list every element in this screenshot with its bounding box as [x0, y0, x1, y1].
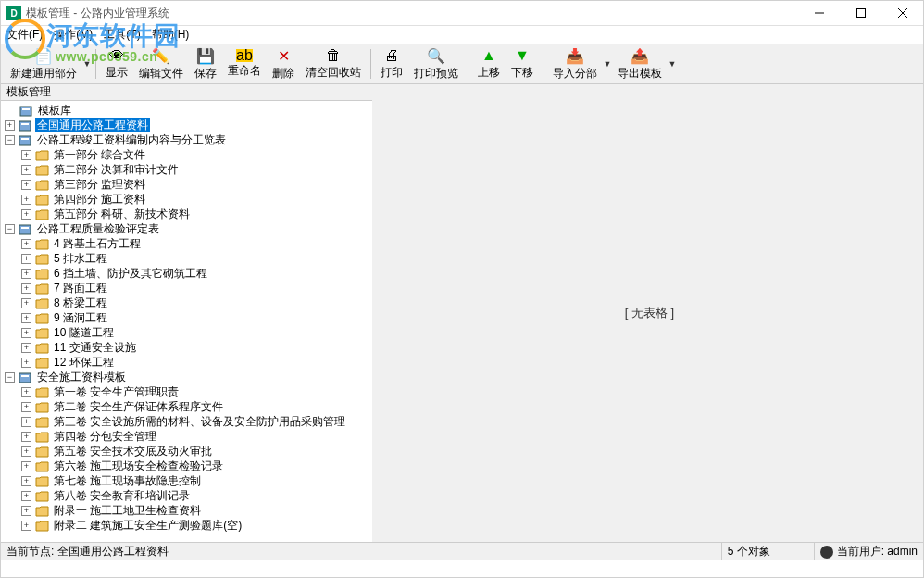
- tree-expander[interactable]: +: [21, 491, 31, 501]
- tree-label: 第四部分 施工资料: [52, 192, 147, 207]
- tree-expander[interactable]: +: [5, 120, 15, 131]
- tree-item[interactable]: +第四部分 施工资料: [3, 192, 372, 207]
- new-general-button[interactable]: 📄 新建通用部分: [5, 45, 82, 82]
- tree-expander[interactable]: +: [21, 476, 31, 486]
- tree-selected[interactable]: +全国通用公路工程资料: [3, 118, 372, 132]
- tree-expander[interactable]: +: [21, 239, 31, 249]
- close-button[interactable]: [881, 1, 923, 26]
- import-dropdown[interactable]: ▼: [603, 59, 612, 69]
- tree-expander[interactable]: +: [21, 298, 31, 308]
- tree-item[interactable]: +4 路基土石方工程: [3, 236, 372, 251]
- tree-label: 第四卷 分包安全管理: [52, 429, 158, 444]
- content-area: 模板管理 模板库+全国通用公路工程资料−公路工程竣工资料编制内容与分工览表+第一…: [1, 84, 923, 542]
- maximize-icon: [856, 8, 866, 18]
- tree-item[interactable]: +附录一 施工工地卫生检查资料: [3, 503, 372, 518]
- tree-item[interactable]: +10 隧道工程: [3, 325, 372, 340]
- tree-item[interactable]: +第四卷 分包安全管理: [3, 429, 372, 444]
- tree-label: 第二部分 决算和审计文件: [52, 162, 181, 177]
- tree-expander[interactable]: +: [21, 506, 31, 516]
- tree-item[interactable]: +第五卷 安全技术交底及动火审批: [3, 444, 372, 459]
- tree-label: 5 排水工程: [52, 251, 109, 266]
- new-dropdown[interactable]: ▼: [82, 59, 92, 69]
- tree-expander[interactable]: +: [21, 417, 31, 427]
- menu-operate[interactable]: 操作(M): [54, 27, 93, 43]
- tree-item[interactable]: +第七卷 施工现场事故隐患控制: [3, 473, 372, 488]
- template-tree[interactable]: 模板库+全国通用公路工程资料−公路工程竣工资料编制内容与分工览表+第一部分 综合…: [1, 101, 372, 542]
- tree-expander[interactable]: +: [21, 328, 31, 338]
- tree-item[interactable]: +第三卷 安全设施所需的材料、设备及安全防护用品采购管理: [3, 414, 372, 429]
- show-button[interactable]: 👁 显示: [100, 45, 133, 82]
- minimize-button[interactable]: [798, 1, 840, 26]
- tree-label: 第八卷 安全教育和培训记录: [52, 488, 192, 503]
- tree-item[interactable]: +5 排水工程: [3, 251, 372, 266]
- tree-expander[interactable]: +: [21, 150, 31, 160]
- tree-item[interactable]: +第一卷 安全生产管理职责: [3, 384, 372, 399]
- tree-root[interactable]: 模板库: [3, 103, 372, 118]
- menu-file[interactable]: 文件(F): [6, 27, 43, 43]
- tree-item[interactable]: +第八卷 安全教育和培训记录: [3, 488, 372, 503]
- tree-expander[interactable]: +: [21, 358, 31, 368]
- folder-icon: [34, 237, 49, 250]
- tree-expander[interactable]: +: [21, 343, 31, 353]
- tree-group[interactable]: −安全施工资料模板: [3, 370, 372, 384]
- empty-recycle-button[interactable]: 🗑 清空回收站: [300, 45, 367, 82]
- tree-item[interactable]: +6 挡土墙、防护及其它砌筑工程: [3, 266, 372, 281]
- tree-item[interactable]: +12 环保工程: [3, 355, 372, 370]
- tree-expander[interactable]: +: [21, 313, 31, 323]
- tree-group[interactable]: −公路工程竣工资料编制内容与分工览表: [3, 132, 372, 147]
- tree-item[interactable]: +第五部分 科研、新技术资料: [3, 207, 372, 221]
- import-part-button[interactable]: 📥 导入分部: [547, 45, 603, 82]
- status-object-count: 5 个对象: [722, 543, 815, 560]
- tree-group[interactable]: −公路工程质量检验评定表: [3, 221, 372, 236]
- tree-label: 第五卷 安全技术交底及动火审批: [52, 444, 214, 459]
- menu-tools[interactable]: 工具(T): [104, 27, 140, 43]
- tree-label: 第二卷 安全生产保证体系程序文件: [52, 399, 225, 414]
- maximize-button[interactable]: [840, 1, 881, 26]
- tree-item[interactable]: +8 桥梁工程: [3, 295, 372, 310]
- print-preview-button[interactable]: 🔍 打印预览: [408, 45, 464, 82]
- tree-item[interactable]: +9 涵洞工程: [3, 310, 372, 325]
- panel-header: 模板管理: [1, 84, 372, 101]
- folder-icon: [34, 282, 49, 295]
- tree-expander[interactable]: +: [21, 165, 31, 175]
- rename-button[interactable]: ab 重命名: [222, 45, 267, 82]
- tree-item[interactable]: +第一部分 综合文件: [3, 147, 372, 162]
- tree-item[interactable]: +11 交通安全设施: [3, 340, 372, 355]
- edit-file-button[interactable]: ✏️ 编辑文件: [133, 45, 189, 82]
- tree-expander[interactable]: +: [21, 446, 31, 457]
- tree-expander[interactable]: +: [21, 254, 31, 264]
- tree-expander[interactable]: +: [21, 269, 31, 279]
- tree-expander[interactable]: −: [5, 135, 15, 145]
- tree-expander[interactable]: +: [21, 461, 31, 471]
- tree-item[interactable]: +第六卷 施工现场安全检查检验记录: [3, 459, 372, 473]
- status-current-node: 当前节点: 全国通用公路工程资料: [1, 543, 722, 560]
- tree-expander[interactable]: +: [21, 521, 31, 531]
- tree-item[interactable]: +7 路面工程: [3, 281, 372, 295]
- tree-item[interactable]: +第二卷 安全生产保证体系程序文件: [3, 399, 372, 414]
- tree-expander[interactable]: +: [21, 432, 31, 442]
- export-template-button[interactable]: 📤 导出模板: [612, 45, 668, 82]
- tree-expander[interactable]: +: [21, 387, 31, 397]
- menu-help[interactable]: 帮助(H): [152, 27, 190, 43]
- tree-expander[interactable]: +: [21, 402, 31, 412]
- tree-item[interactable]: +第三部分 监理资料: [3, 177, 372, 192]
- tree-expander[interactable]: −: [5, 372, 15, 383]
- move-down-button[interactable]: ▼ 下移: [506, 45, 539, 82]
- move-up-button[interactable]: ▲ 上移: [472, 45, 506, 82]
- print-button[interactable]: 🖨 打印: [375, 45, 408, 82]
- tree-expander[interactable]: +: [21, 195, 31, 205]
- tree-expander[interactable]: +: [21, 283, 31, 294]
- folder-icon: [34, 326, 49, 339]
- folder-icon: [34, 193, 49, 206]
- save-button[interactable]: 💾 保存: [189, 45, 222, 82]
- tree-expander[interactable]: +: [21, 180, 31, 190]
- export-dropdown[interactable]: ▼: [668, 59, 677, 69]
- folder-icon: [34, 504, 49, 517]
- tree-expander[interactable]: −: [5, 224, 15, 234]
- delete-button[interactable]: ✕ 删除: [267, 45, 300, 82]
- show-icon: 👁: [107, 47, 126, 64]
- tree-expander[interactable]: +: [21, 209, 31, 220]
- lib-icon: [18, 119, 32, 132]
- tree-item[interactable]: +附录二 建筑施工安全生产测验题库(空): [3, 518, 372, 533]
- tree-item[interactable]: +第二部分 决算和审计文件: [3, 162, 372, 177]
